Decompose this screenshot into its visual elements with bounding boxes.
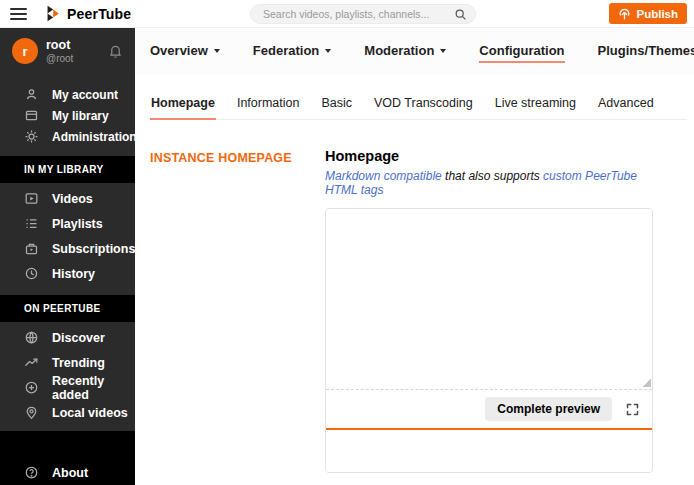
map-pin-icon <box>24 405 39 420</box>
sidebar-item-label: Videos <box>52 192 93 206</box>
homepage-editor-textarea[interactable] <box>326 209 652 390</box>
admin-nav-plugins-themes[interactable]: Plugins/Themes <box>598 40 694 63</box>
markdown-compatible-link[interactable]: Markdown compatible <box>325 169 442 183</box>
library-nav: Videos Playlists Subscriptions <box>0 183 135 286</box>
search-box <box>250 4 476 24</box>
peertube-nav: Discover Trending Recently added <box>0 322 135 425</box>
section-title-on-peertube: ON PEERTUBE <box>0 295 135 322</box>
chevron-down-icon <box>440 49 446 53</box>
video-icon <box>24 191 39 206</box>
sidebar-item-subscriptions[interactable]: Subscriptions <box>0 236 135 261</box>
question-circle-icon <box>24 465 39 480</box>
menu-toggle-button[interactable] <box>10 8 27 20</box>
peertube-home-link[interactable]: PeerTube <box>44 5 131 22</box>
trending-icon <box>24 355 39 370</box>
sidebar-item-label: My account <box>52 88 118 102</box>
sidebar-item-trending[interactable]: Trending <box>0 350 135 375</box>
admin-nav-overview[interactable]: Overview <box>150 40 220 63</box>
subscriptions-icon <box>24 241 39 256</box>
sidebar-item-local-videos[interactable]: Local videos <box>0 400 135 425</box>
tab-information[interactable]: Information <box>236 92 301 120</box>
markdown-editor: Complete preview <box>325 208 653 473</box>
plus-circle-icon <box>24 380 39 395</box>
main-area: Overview Federation Moderation Configura… <box>135 28 694 485</box>
search-input[interactable] <box>263 8 454 20</box>
tab-live-streaming[interactable]: Live streaming <box>494 92 577 120</box>
preview-pane <box>326 430 652 472</box>
sidebar-item-history[interactable]: History <box>0 261 135 286</box>
sidebar-item-administration[interactable]: Administration <box>0 126 135 147</box>
notifications-bell-icon[interactable] <box>108 43 123 59</box>
section-title-in-my-library: IN MY LIBRARY <box>0 156 135 183</box>
history-icon <box>24 266 39 281</box>
sidebar-item-my-library[interactable]: My library <box>0 105 135 126</box>
user-icon <box>24 87 39 102</box>
sidebar-item-label: Playlists <box>52 217 103 231</box>
sidebar-item-label: Trending <box>52 356 105 370</box>
account-nav: My account My library Administration <box>0 84 135 147</box>
gear-icon <box>24 129 39 144</box>
sidebar-item-label: Administration <box>52 130 135 144</box>
tab-advanced[interactable]: Advanced <box>597 92 655 120</box>
globe-icon <box>24 330 39 345</box>
sidebar-item-my-account[interactable]: My account <box>0 84 135 105</box>
instance-homepage-title: INSTANCE HOMEPAGE <box>150 151 292 165</box>
sidebar-item-label: My library <box>52 109 109 123</box>
chevron-down-icon <box>325 49 331 53</box>
sidebar-item-label: Recently added <box>52 374 135 402</box>
sidebar-footer: About Contact Help FAQ Stats API powered… <box>0 431 135 485</box>
footer-links: Contact Help FAQ Stats API <box>0 480 135 485</box>
sidebar-item-discover[interactable]: Discover <box>0 325 135 350</box>
sidebar-item-label: Local videos <box>52 406 128 420</box>
search-icon[interactable] <box>454 8 467 21</box>
peertube-app: PeerTube Publish r root @root <box>0 0 694 485</box>
user-handle: @root <box>46 53 73 64</box>
sidebar-item-recently-added[interactable]: Recently added <box>0 375 135 400</box>
playlist-icon <box>24 216 39 231</box>
sidebar-item-playlists[interactable]: Playlists <box>0 211 135 236</box>
publish-button[interactable]: Publish <box>609 3 687 24</box>
admin-nav: Overview Federation Moderation Configura… <box>135 28 694 75</box>
textarea-resize-handle[interactable] <box>642 378 651 387</box>
upload-icon <box>618 7 631 20</box>
complete-preview-button[interactable]: Complete preview <box>485 397 612 421</box>
user-menu[interactable]: r root @root <box>0 28 135 72</box>
sidebar: r root @root My account <box>0 28 135 485</box>
peertube-logo-icon <box>44 5 61 22</box>
admin-nav-federation[interactable]: Federation <box>253 40 331 63</box>
brand-name: PeerTube <box>67 6 131 22</box>
config-content: Homepage Information Basic VOD Transcodi… <box>135 75 694 485</box>
tab-vod-transcoding[interactable]: VOD Transcoding <box>373 92 474 120</box>
homepage-field-label: Homepage <box>325 148 653 164</box>
tab-homepage[interactable]: Homepage <box>150 92 216 120</box>
sidebar-item-label: Discover <box>52 331 105 345</box>
top-header: PeerTube Publish <box>0 0 694 28</box>
chevron-down-icon <box>214 49 220 53</box>
sidebar-item-label: Subscriptions <box>52 242 135 256</box>
admin-nav-configuration[interactable]: Configuration <box>479 40 564 63</box>
admin-nav-moderation[interactable]: Moderation <box>364 40 446 63</box>
markdown-hint: Markdown compatible that also supports c… <box>325 169 653 197</box>
avatar[interactable]: r <box>12 38 38 64</box>
sidebar-item-label: History <box>52 267 95 281</box>
sidebar-item-about[interactable]: About <box>0 465 135 480</box>
library-icon <box>24 108 39 123</box>
sidebar-item-videos[interactable]: Videos <box>0 186 135 211</box>
tab-basic[interactable]: Basic <box>320 92 353 120</box>
config-tabs: Homepage Information Basic VOD Transcodi… <box>150 92 687 120</box>
sidebar-item-label: About <box>52 466 88 480</box>
maximize-icon[interactable] <box>625 402 640 417</box>
homepage-form: INSTANCE HOMEPAGE Homepage Markdown comp… <box>150 148 687 473</box>
user-name: root <box>46 38 73 52</box>
publish-label: Publish <box>636 8 678 20</box>
